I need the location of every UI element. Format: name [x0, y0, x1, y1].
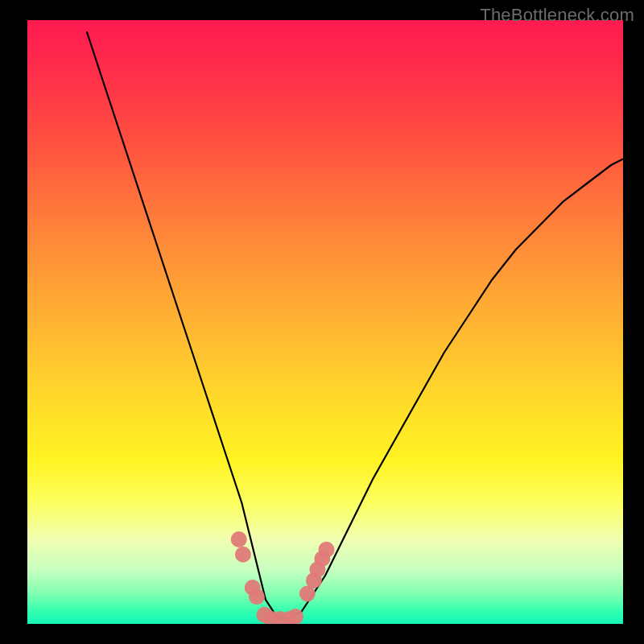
chart-plot-area — [27, 20, 623, 624]
valley-marker — [319, 542, 335, 558]
bottleneck-curve — [87, 32, 623, 618]
valley-marker — [231, 531, 247, 547]
valley-marker-group — [231, 531, 335, 624]
chart-svg — [27, 20, 623, 624]
chart-frame: TheBottleneck.com — [0, 0, 644, 644]
valley-marker — [249, 588, 265, 605]
valley-marker — [235, 547, 251, 563]
watermark-text: TheBottleneck.com — [480, 5, 634, 26]
